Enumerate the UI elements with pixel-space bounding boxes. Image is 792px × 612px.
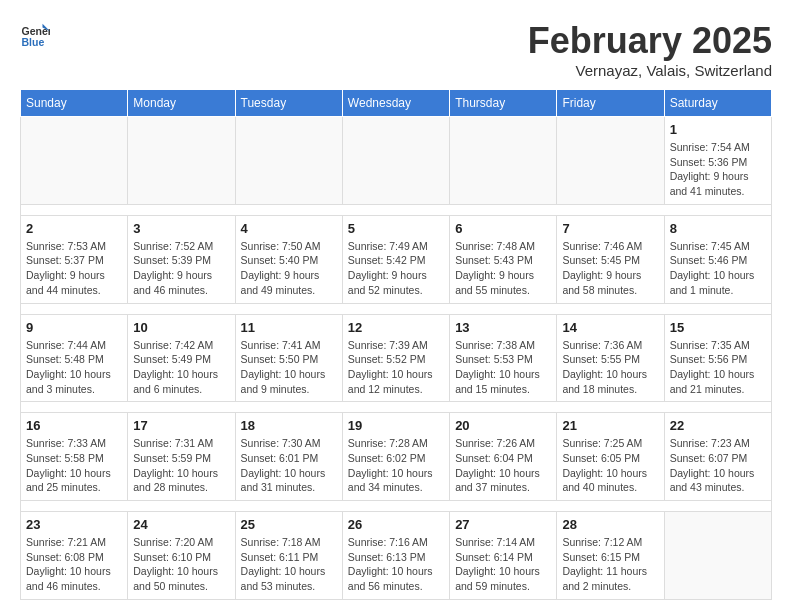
day-number: 11 (241, 320, 337, 335)
day-number: 23 (26, 517, 122, 532)
day-number: 2 (26, 221, 122, 236)
day-info: Sunrise: 7:35 AMSunset: 5:56 PMDaylight:… (670, 338, 766, 397)
calendar-header-row: Sunday Monday Tuesday Wednesday Thursday… (21, 90, 772, 117)
day-info: Sunrise: 7:41 AMSunset: 5:50 PMDaylight:… (241, 338, 337, 397)
day-info: Sunrise: 7:28 AMSunset: 6:02 PMDaylight:… (348, 436, 444, 495)
day-cell-w5-d1: 23Sunrise: 7:21 AMSunset: 6:08 PMDayligh… (21, 512, 128, 600)
day-info: Sunrise: 7:44 AMSunset: 5:48 PMDaylight:… (26, 338, 122, 397)
day-info: Sunrise: 7:21 AMSunset: 6:08 PMDaylight:… (26, 535, 122, 594)
header-wednesday: Wednesday (342, 90, 449, 117)
day-info: Sunrise: 7:54 AMSunset: 5:36 PMDaylight:… (670, 140, 766, 199)
day-number: 26 (348, 517, 444, 532)
week-separator-2 (21, 303, 772, 314)
day-info: Sunrise: 7:30 AMSunset: 6:01 PMDaylight:… (241, 436, 337, 495)
day-cell-w3-d3: 11Sunrise: 7:41 AMSunset: 5:50 PMDayligh… (235, 314, 342, 402)
day-cell-w3-d2: 10Sunrise: 7:42 AMSunset: 5:49 PMDayligh… (128, 314, 235, 402)
day-cell-w4-d4: 19Sunrise: 7:28 AMSunset: 6:02 PMDayligh… (342, 413, 449, 501)
day-info: Sunrise: 7:48 AMSunset: 5:43 PMDaylight:… (455, 239, 551, 298)
day-cell-w1-d4 (342, 117, 449, 205)
day-number: 4 (241, 221, 337, 236)
day-cell-w1-d7: 1Sunrise: 7:54 AMSunset: 5:36 PMDaylight… (664, 117, 771, 205)
separator-cell (21, 501, 772, 512)
logo-icon: General Blue (20, 20, 50, 50)
day-number: 13 (455, 320, 551, 335)
day-info: Sunrise: 7:38 AMSunset: 5:53 PMDaylight:… (455, 338, 551, 397)
day-info: Sunrise: 7:45 AMSunset: 5:46 PMDaylight:… (670, 239, 766, 298)
day-cell-w4-d2: 17Sunrise: 7:31 AMSunset: 5:59 PMDayligh… (128, 413, 235, 501)
week-row-4: 16Sunrise: 7:33 AMSunset: 5:58 PMDayligh… (21, 413, 772, 501)
week-row-2: 2Sunrise: 7:53 AMSunset: 5:37 PMDaylight… (21, 215, 772, 303)
day-cell-w5-d7 (664, 512, 771, 600)
day-info: Sunrise: 7:25 AMSunset: 6:05 PMDaylight:… (562, 436, 658, 495)
day-cell-w1-d1 (21, 117, 128, 205)
day-info: Sunrise: 7:52 AMSunset: 5:39 PMDaylight:… (133, 239, 229, 298)
week-row-5: 23Sunrise: 7:21 AMSunset: 6:08 PMDayligh… (21, 512, 772, 600)
separator-cell (21, 402, 772, 413)
day-cell-w1-d6 (557, 117, 664, 205)
day-info: Sunrise: 7:46 AMSunset: 5:45 PMDaylight:… (562, 239, 658, 298)
header-tuesday: Tuesday (235, 90, 342, 117)
day-cell-w3-d6: 14Sunrise: 7:36 AMSunset: 5:55 PMDayligh… (557, 314, 664, 402)
day-number: 22 (670, 418, 766, 433)
day-number: 10 (133, 320, 229, 335)
day-info: Sunrise: 7:36 AMSunset: 5:55 PMDaylight:… (562, 338, 658, 397)
day-cell-w5-d2: 24Sunrise: 7:20 AMSunset: 6:10 PMDayligh… (128, 512, 235, 600)
header-sunday: Sunday (21, 90, 128, 117)
day-info: Sunrise: 7:39 AMSunset: 5:52 PMDaylight:… (348, 338, 444, 397)
day-number: 18 (241, 418, 337, 433)
day-cell-w5-d4: 26Sunrise: 7:16 AMSunset: 6:13 PMDayligh… (342, 512, 449, 600)
day-number: 7 (562, 221, 658, 236)
day-number: 27 (455, 517, 551, 532)
day-info: Sunrise: 7:23 AMSunset: 6:07 PMDaylight:… (670, 436, 766, 495)
day-number: 28 (562, 517, 658, 532)
day-number: 1 (670, 122, 766, 137)
header-monday: Monday (128, 90, 235, 117)
logo: General Blue (20, 20, 50, 50)
day-info: Sunrise: 7:26 AMSunset: 6:04 PMDaylight:… (455, 436, 551, 495)
week-row-1: 1Sunrise: 7:54 AMSunset: 5:36 PMDaylight… (21, 117, 772, 205)
day-number: 14 (562, 320, 658, 335)
day-cell-w4-d7: 22Sunrise: 7:23 AMSunset: 6:07 PMDayligh… (664, 413, 771, 501)
day-info: Sunrise: 7:49 AMSunset: 5:42 PMDaylight:… (348, 239, 444, 298)
day-info: Sunrise: 7:42 AMSunset: 5:49 PMDaylight:… (133, 338, 229, 397)
day-number: 12 (348, 320, 444, 335)
day-cell-w4-d1: 16Sunrise: 7:33 AMSunset: 5:58 PMDayligh… (21, 413, 128, 501)
day-info: Sunrise: 7:12 AMSunset: 6:15 PMDaylight:… (562, 535, 658, 594)
day-number: 16 (26, 418, 122, 433)
header-friday: Friday (557, 90, 664, 117)
separator-cell (21, 204, 772, 215)
day-number: 5 (348, 221, 444, 236)
day-info: Sunrise: 7:18 AMSunset: 6:11 PMDaylight:… (241, 535, 337, 594)
day-cell-w4-d5: 20Sunrise: 7:26 AMSunset: 6:04 PMDayligh… (450, 413, 557, 501)
day-number: 21 (562, 418, 658, 433)
week-row-3: 9Sunrise: 7:44 AMSunset: 5:48 PMDaylight… (21, 314, 772, 402)
week-separator-4 (21, 501, 772, 512)
day-cell-w2-d4: 5Sunrise: 7:49 AMSunset: 5:42 PMDaylight… (342, 215, 449, 303)
day-info: Sunrise: 7:16 AMSunset: 6:13 PMDaylight:… (348, 535, 444, 594)
day-number: 17 (133, 418, 229, 433)
day-cell-w2-d5: 6Sunrise: 7:48 AMSunset: 5:43 PMDaylight… (450, 215, 557, 303)
day-cell-w2-d3: 4Sunrise: 7:50 AMSunset: 5:40 PMDaylight… (235, 215, 342, 303)
separator-cell (21, 303, 772, 314)
header-saturday: Saturday (664, 90, 771, 117)
day-cell-w2-d7: 8Sunrise: 7:45 AMSunset: 5:46 PMDaylight… (664, 215, 771, 303)
day-cell-w2-d1: 2Sunrise: 7:53 AMSunset: 5:37 PMDaylight… (21, 215, 128, 303)
title-area: February 2025 Vernayaz, Valais, Switzerl… (528, 20, 772, 79)
day-info: Sunrise: 7:14 AMSunset: 6:14 PMDaylight:… (455, 535, 551, 594)
day-number: 15 (670, 320, 766, 335)
day-cell-w1-d3 (235, 117, 342, 205)
day-info: Sunrise: 7:33 AMSunset: 5:58 PMDaylight:… (26, 436, 122, 495)
day-cell-w3-d5: 13Sunrise: 7:38 AMSunset: 5:53 PMDayligh… (450, 314, 557, 402)
day-number: 8 (670, 221, 766, 236)
calendar: Sunday Monday Tuesday Wednesday Thursday… (20, 89, 772, 600)
day-cell-w4-d6: 21Sunrise: 7:25 AMSunset: 6:05 PMDayligh… (557, 413, 664, 501)
day-number: 3 (133, 221, 229, 236)
day-number: 9 (26, 320, 122, 335)
day-number: 19 (348, 418, 444, 433)
day-info: Sunrise: 7:20 AMSunset: 6:10 PMDaylight:… (133, 535, 229, 594)
week-separator-3 (21, 402, 772, 413)
day-cell-w5-d6: 28Sunrise: 7:12 AMSunset: 6:15 PMDayligh… (557, 512, 664, 600)
header-thursday: Thursday (450, 90, 557, 117)
day-cell-w5-d3: 25Sunrise: 7:18 AMSunset: 6:11 PMDayligh… (235, 512, 342, 600)
day-cell-w3-d4: 12Sunrise: 7:39 AMSunset: 5:52 PMDayligh… (342, 314, 449, 402)
